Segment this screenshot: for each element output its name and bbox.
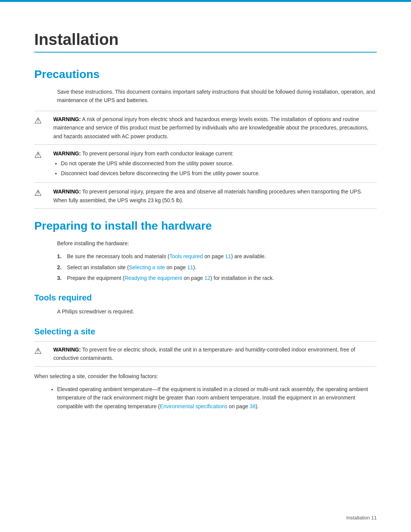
warning-text-2: WARNING: To prevent personal injury from… bbox=[53, 149, 377, 179]
warning-block-3: ⚠ WARNING: To prevent personal injury, p… bbox=[34, 184, 377, 209]
warning-icon-col-1: ⚠ bbox=[34, 115, 53, 126]
footer-text: Installation 11 bbox=[346, 515, 377, 521]
step-text-2: Select an installation site (Selecting a… bbox=[67, 263, 196, 272]
environmental-specs-page-link[interactable]: 38 bbox=[250, 403, 256, 409]
preparing-step-3: 3. Prepare the equipment (Readying the e… bbox=[57, 274, 377, 282]
top-border bbox=[0, 0, 411, 2]
page: Installation Precautions Save these inst… bbox=[0, 0, 411, 532]
warning-block-1: ⚠ WARNING: A risk of personal injury fro… bbox=[34, 111, 377, 145]
warning-block-2: ⚠ WARNING: To prevent personal injury fr… bbox=[34, 145, 377, 183]
selecting-site-bullet-1: Elevated operating ambient temperature—I… bbox=[57, 385, 377, 411]
selecting-site-link[interactable]: Selecting a site bbox=[129, 264, 165, 270]
selecting-site-warning-text: WARNING: To prevent fire or electric sho… bbox=[53, 345, 377, 363]
warning-triangle-icon-1: ⚠ bbox=[34, 116, 44, 126]
warning-bullets-2: Do not operate the UPS while disconnecte… bbox=[61, 159, 377, 177]
page-footer: Installation 11 bbox=[346, 515, 377, 521]
preparing-step-2: 2. Select an installation site (Selectin… bbox=[57, 263, 377, 272]
preparing-intro: Before installing the hardware: bbox=[57, 239, 377, 248]
warning-text-1: WARNING: A risk of personal injury from … bbox=[53, 115, 377, 141]
selecting-site-warning-block: ⚠ WARNING: To prevent fire or electric s… bbox=[34, 341, 377, 367]
selecting-site-warning-bold: WARNING: bbox=[53, 347, 81, 353]
preparing-section: Preparing to install the hardware Before… bbox=[34, 219, 377, 283]
selecting-site-warning-icon-col: ⚠ bbox=[34, 345, 53, 356]
warning-icon-col-2: ⚠ bbox=[34, 149, 53, 160]
readying-equipment-page-link[interactable]: 12 bbox=[204, 275, 210, 281]
warning-bold-3: WARNING: bbox=[53, 189, 81, 195]
selecting-site-title: Selecting a site bbox=[34, 327, 377, 337]
tools-required-section: Tools required A Philips screwdriver is … bbox=[34, 293, 377, 316]
selecting-site-bullets: Elevated operating ambient temperature—I… bbox=[57, 385, 377, 411]
warning-bold-2: WARNING: bbox=[53, 150, 81, 157]
selecting-site-warning-triangle-icon: ⚠ bbox=[34, 346, 44, 356]
precautions-intro: Save these instructions. This document c… bbox=[57, 88, 377, 105]
environmental-specs-link[interactable]: Environmental specifications bbox=[160, 403, 227, 409]
warning-bullet-2-1: Do not operate the UPS while disconnecte… bbox=[61, 159, 377, 168]
selecting-site-page-link[interactable]: 11 bbox=[187, 264, 193, 270]
step-num-1: 1. bbox=[57, 252, 67, 260]
precautions-section: Precautions Save these instructions. Thi… bbox=[34, 68, 377, 209]
warning-triangle-icon-3: ⚠ bbox=[34, 188, 44, 198]
step-text-1: Be sure the necessary tools and material… bbox=[67, 252, 266, 260]
warning-bullet-2-2: Disconnect load devices before disconnec… bbox=[61, 169, 377, 177]
tools-required-title: Tools required bbox=[34, 293, 377, 303]
readying-equipment-link[interactable]: Readying the equipment bbox=[124, 275, 182, 281]
tools-required-link[interactable]: Tools required bbox=[169, 253, 203, 259]
selecting-site-intro: When selecting a site, consider the foll… bbox=[34, 372, 377, 380]
step-num-2: 2. bbox=[57, 263, 67, 272]
step-text-3: Prepare the equipment (Readying the equi… bbox=[67, 274, 274, 282]
tools-required-text: A Philips screwdriver is required. bbox=[57, 307, 377, 316]
chapter-title: Installation bbox=[34, 30, 377, 53]
warning-triangle-icon-2: ⚠ bbox=[34, 150, 44, 160]
warning-bold-1: WARNING: bbox=[53, 116, 81, 122]
warning-text-3: WARNING: To prevent personal injury, pre… bbox=[53, 187, 377, 204]
preparing-step-1: 1. Be sure the necessary tools and mater… bbox=[57, 252, 377, 260]
selecting-site-section: Selecting a site ⚠ WARNING: To prevent f… bbox=[34, 327, 377, 411]
step-num-3: 3. bbox=[57, 274, 67, 282]
tools-required-page-link[interactable]: 11 bbox=[225, 253, 231, 259]
warning-icon-col-3: ⚠ bbox=[34, 187, 53, 198]
preparing-title: Preparing to install the hardware bbox=[34, 219, 377, 232]
preparing-steps-list: 1. Be sure the necessary tools and mater… bbox=[57, 252, 377, 282]
precautions-title: Precautions bbox=[34, 68, 377, 81]
